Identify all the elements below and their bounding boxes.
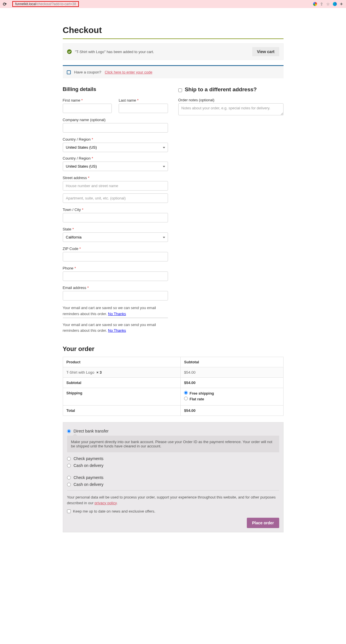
total-value: $54.00: [181, 406, 283, 416]
reload-icon[interactable]: ⟳: [3, 1, 7, 7]
coupon-link[interactable]: Click here to enter your code: [105, 70, 152, 74]
total-label: Total: [63, 406, 181, 416]
pay-bank-desc: Make your payment directly into our bank…: [67, 436, 279, 452]
pay-cod1-label: Cash on delivery: [74, 463, 103, 468]
ship-diff-checkbox[interactable]: [178, 88, 182, 92]
table-row: T-Shirt with Logo × 3 $54.00: [63, 367, 283, 378]
country-select[interactable]: [63, 143, 168, 152]
table-row: Subtotal $54.00: [63, 378, 283, 388]
place-order-button[interactable]: Place order: [247, 518, 279, 528]
item-total: $54.00: [181, 367, 283, 378]
notice-text: "T-Shirt with Logo" has been added to yo…: [75, 50, 154, 54]
pay-bank-label: Direct bank transfer: [74, 429, 109, 433]
no-thanks-link-1[interactable]: No Thanks: [108, 312, 126, 316]
zip-label: ZIP Code *: [63, 247, 168, 251]
phone-label: Phone *: [63, 266, 168, 270]
ship-free-radio[interactable]: [184, 391, 188, 395]
pay-check2-radio[interactable]: [67, 476, 71, 480]
pay-check1-radio[interactable]: [67, 457, 71, 461]
ship-heading: Ship to a different address?: [185, 86, 257, 92]
first-name-label: First name *: [63, 98, 112, 102]
city-label: Town / City *: [63, 207, 168, 212]
country-label: Country / Region *: [63, 137, 168, 141]
order-table: Product Subtotal T-Shirt with Logo × 3 $…: [63, 357, 284, 416]
order-notes-textarea[interactable]: [178, 103, 284, 115]
coupon-prompt: Have a coupon?: [74, 70, 101, 74]
state-label: State *: [63, 227, 168, 231]
email-label: Email address *: [63, 286, 168, 290]
your-order-heading: Your order: [63, 345, 284, 353]
company-input[interactable]: [63, 123, 168, 133]
url-bar[interactable]: funnelkit.local/checkout/?add-to-cart=38: [9, 0, 310, 8]
street-label: Street address *: [63, 176, 168, 180]
pay-check1-label: Check payments: [74, 456, 103, 461]
url-host: funnelkit.local: [15, 2, 36, 6]
title-rule: [63, 38, 284, 39]
coupon-bar: Have a coupon? Click here to enter your …: [63, 65, 284, 78]
google-icon[interactable]: [313, 2, 317, 6]
page-title: Checkout: [63, 25, 284, 35]
last-name-input[interactable]: [119, 104, 168, 113]
company-label: Company name (optional): [63, 118, 168, 122]
country-select-dup[interactable]: [63, 162, 168, 171]
city-input[interactable]: [63, 213, 168, 222]
cart-notice: "T-Shirt with Logo" has been added to yo…: [63, 43, 284, 60]
reminder-text-2: Your email and cart are saved so we can …: [63, 322, 168, 334]
order-notes-label: Order notes (optional): [178, 98, 284, 102]
table-row: Shipping Free shipping Flat rate: [63, 388, 283, 406]
coupon-icon: [67, 70, 71, 74]
shipping-label: Shipping: [63, 388, 181, 406]
first-name-input[interactable]: [63, 104, 112, 113]
ship-flat-radio[interactable]: [184, 397, 188, 400]
subtotal-label: Subtotal: [63, 378, 181, 388]
newsletter-checkbox[interactable]: [67, 509, 71, 513]
table-row: Total $54.00: [63, 406, 283, 416]
email-input[interactable]: [63, 291, 168, 300]
pay-cod1-radio[interactable]: [67, 464, 71, 468]
pay-cod2-radio[interactable]: [67, 483, 71, 486]
col-subtotal: Subtotal: [181, 357, 283, 367]
last-name-label: Last name *: [119, 98, 168, 102]
zip-input[interactable]: [63, 252, 168, 261]
view-cart-button[interactable]: View cart: [252, 47, 279, 56]
extension-icon[interactable]: [333, 2, 337, 6]
billing-heading: Billing details: [63, 86, 168, 92]
street1-input[interactable]: [63, 181, 168, 191]
star-icon[interactable]: ☆: [326, 2, 330, 6]
check-icon: [67, 49, 72, 54]
share-icon[interactable]: ⇪: [320, 2, 323, 6]
newsletter-label: Keep me up to date on news and exclusive…: [73, 509, 155, 514]
col-product: Product: [63, 357, 181, 367]
privacy-text: Your personal data will be used to proce…: [67, 490, 279, 528]
phone-input[interactable]: [63, 271, 168, 281]
pay-bank-radio[interactable]: [67, 429, 71, 433]
pay-check2-label: Check payments: [74, 475, 103, 480]
state-select[interactable]: [63, 232, 168, 242]
item-name: T-Shirt with Logo: [67, 370, 95, 375]
payment-box: Direct bank transfer Make your payment d…: [63, 422, 284, 532]
puzzle-icon[interactable]: ✦: [340, 2, 343, 6]
url-path: /checkout/?add-to-cart=38: [36, 2, 76, 6]
street2-input[interactable]: [63, 193, 168, 203]
privacy-link[interactable]: privacy policy: [95, 501, 117, 505]
pay-cod2-label: Cash on delivery: [74, 482, 103, 487]
reminder-text-1: Your email and cart are saved so we can …: [63, 305, 168, 318]
browser-bar: ⟳ funnelkit.local/checkout/?add-to-cart=…: [0, 0, 346, 8]
no-thanks-link-2[interactable]: No Thanks: [108, 328, 126, 333]
subtotal-value: $54.00: [181, 378, 283, 388]
item-qty: × 3: [96, 370, 101, 375]
country-label-dup: Country / Region *: [63, 156, 168, 160]
